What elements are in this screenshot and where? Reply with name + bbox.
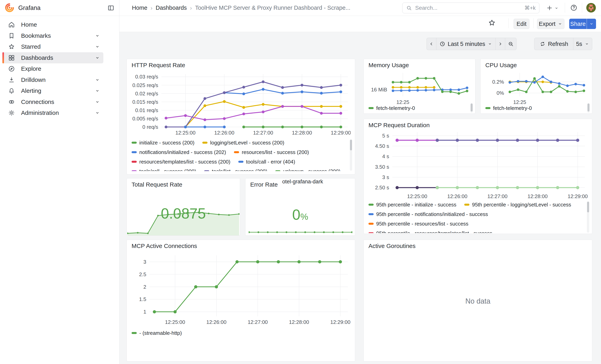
panel-title[interactable]: HTTP Request Rate [131,62,185,69]
legend-series-color-chip [131,170,137,171]
legend-row: tools/call - success (200)tools/list - s… [131,168,346,171]
refresh-button[interactable]: Refresh [534,38,574,50]
legend-item[interactable]: logging/setLevel - success (200) [202,140,284,146]
edit-button[interactable]: Edit [513,19,530,29]
panel-title[interactable]: Total Request Rate [131,181,182,188]
legend-scrollbar[interactable] [587,103,590,113]
legend-item[interactable]: initialize - success (200) [131,140,194,146]
svg-text:12:29:00: 12:29:00 [330,319,351,325]
legend-item[interactable]: unknown - success (200) [275,168,341,171]
time-range-picker[interactable]: Last 5 minutes [436,38,495,50]
zoom-out-button[interactable] [505,38,517,50]
svg-text:12:27:00: 12:27:00 [248,319,268,325]
bell-icon [8,87,15,94]
export-button[interactable]: Export [537,19,564,29]
legend-scrollbar[interactable] [350,139,352,171]
mcp-active-connections-chart[interactable]: 12:25:0012:26:0012:27:0012:28:0012:29:00… [131,253,351,327]
scrollbar-thumb[interactable] [588,104,590,111]
breadcrumb-home[interactable]: Home [132,5,147,11]
legend-item[interactable]: 95th percentile - initialize - success [369,202,456,208]
grid-icon [8,54,15,61]
sidebar-item-label: Dashboards [21,54,53,61]
share-dropdown-button[interactable] [587,19,596,29]
breadcrumb-separator: › [150,5,152,11]
legend-item[interactable]: 95th percentile - logging/setLevel - suc… [464,202,571,208]
sidebar-item-administration[interactable]: Administration [2,107,103,118]
legend-item[interactable]: 95th percentile - resources/list - succe… [369,221,469,227]
refresh-interval-picker[interactable]: 5s [573,38,592,50]
search-box[interactable]: ⌘+k [402,3,539,13]
sidebar-item-drilldown[interactable]: Drilldown [2,74,103,85]
svg-text:12:26:00: 12:26:00 [447,193,467,199]
legend-item[interactable]: tools/call - success (200) [131,168,196,171]
refresh-interval-value: 5s [576,41,582,47]
chevron-down-icon [558,21,563,26]
legend-item[interactable]: tools/list - success (200) [204,168,267,171]
actions-divider [533,18,534,28]
duration-legend: 95th percentile - initialize - success95… [369,201,585,233]
search-input[interactable] [415,5,524,11]
legend-item[interactable]: resources/list - success (200) [234,149,309,155]
legend-item[interactable]: tools/call - error (404) [238,159,295,165]
legend-item[interactable]: fetch-telemetry-0 [485,105,532,111]
legend-scrollbar[interactable] [587,201,589,233]
sidebar-item-alerting[interactable]: Alerting [2,85,103,96]
favorite-star-icon[interactable] [488,19,496,27]
add-chevron-icon[interactable] [554,6,559,10]
share-label: Share [570,21,585,27]
scrollbar-thumb[interactable] [587,202,589,212]
svg-text:0.01 req/s: 0.01 req/s [135,107,158,113]
panel-title[interactable]: Memory Usage [369,62,409,69]
panel-title[interactable]: MCP Active Connections [131,243,197,249]
legend-item[interactable]: fetch-telemetry-0 [369,105,415,111]
legend-item[interactable]: notifications/initialized - success (202… [131,149,226,155]
help-icon[interactable] [570,4,578,11]
legend-series-label: - (streamable-http) [139,330,182,336]
link-icon [8,98,15,106]
legend-item[interactable]: resources/templates/list - success (200) [131,159,230,165]
breadcrumb-separator: › [190,5,192,11]
search-icon [406,5,412,11]
legend-item[interactable]: 95th percentile - notifications/initiali… [369,211,488,217]
actions-divider [508,18,509,28]
error-rate-sparkline[interactable] [249,229,352,235]
svg-text:4 s: 4 s [382,153,389,159]
avatar[interactable] [586,3,596,12]
chevron-right-icon [498,41,503,47]
sidebar-item-explore[interactable]: Explore [2,63,103,74]
sidebar-item-home[interactable]: Home [2,19,103,30]
mcp-request-duration-chart[interactable]: 12:25:0012:26:0012:27:0012:28:0012:29:00… [369,129,588,202]
legend-series-color-chip [204,170,209,171]
breadcrumb-dashboards[interactable]: Dashboards [156,5,187,11]
http-request-rate-chart[interactable]: 12:25:0012:26:0012:27:0012:28:0012:29:00… [131,71,351,138]
time-back-button[interactable] [427,38,436,50]
legend-item[interactable]: 95th percentile - resources/templates/li… [369,230,492,233]
add-button[interactable] [546,5,553,11]
memory-legend: fetch-telemetry-0 [369,105,460,113]
cpu-usage-chart[interactable]: 12:250.2%0% [485,70,588,105]
panel-title[interactable]: Error Rate [250,181,278,188]
legend-scrollbar[interactable] [471,103,473,113]
sidebar-item-starred[interactable]: Starred [2,41,103,52]
sidebar-item-connections[interactable]: Connections [2,96,103,108]
grafana-logo-icon[interactable] [5,3,14,12]
chevron-down-icon [584,41,589,46]
svg-text:0.005 req/s: 0.005 req/s [132,116,158,122]
sidebar-item-bookmarks[interactable]: Bookmarks [2,30,103,41]
chevron-down-icon [95,99,100,105]
sidebar-toggle-icon[interactable] [107,4,114,11]
legend-series-color-chip [131,161,137,163]
legend-row: 95th percentile - resources/list - succe… [369,220,585,227]
share-button[interactable]: Share [569,19,587,29]
legend-item[interactable]: - (streamable-http) [131,330,182,336]
panel-title[interactable]: CPU Usage [485,62,517,69]
scrollbar-thumb[interactable] [350,140,352,150]
brand-title: Grafana [18,0,40,16]
time-forward-button[interactable] [495,38,505,50]
memory-usage-chart[interactable]: 12:2516 MiB [369,70,471,105]
scrollbar-thumb[interactable] [471,104,473,111]
panel-title[interactable]: Active Goroutines [369,243,416,249]
panel-title[interactable]: MCP Request Duration [369,122,430,128]
panel-total-request-rate: Total Request Rate 0.0875 [127,178,240,236]
sidebar-item-dashboards[interactable]: Dashboards [2,52,103,63]
